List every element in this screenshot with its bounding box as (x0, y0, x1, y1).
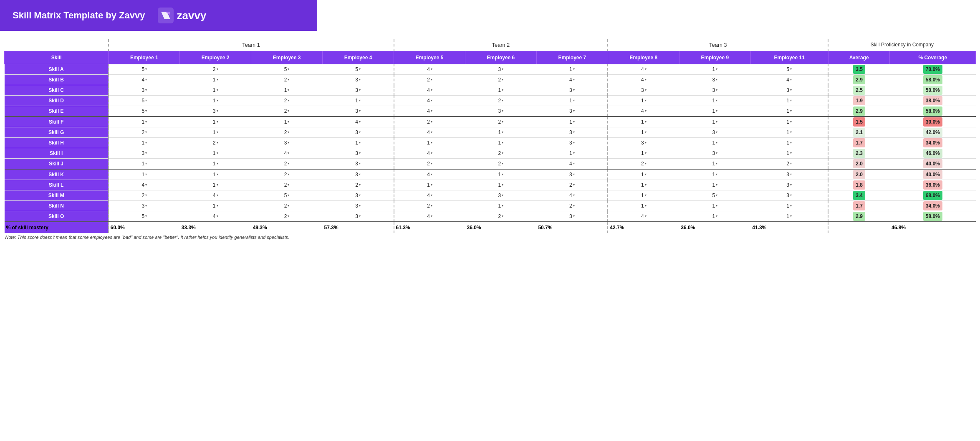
skill-val-cell[interactable]: 1 ▾ (750, 148, 828, 158)
skill-val-cell[interactable]: 2 ▾ (608, 158, 679, 169)
skill-val-cell[interactable]: 3 ▾ (109, 85, 180, 95)
dropdown-icon[interactable]: ▾ (359, 78, 361, 81)
dropdown-icon[interactable]: ▾ (645, 109, 647, 113)
dropdown-icon[interactable]: ▾ (645, 214, 647, 218)
skill-val-cell[interactable]: 2 ▾ (251, 169, 323, 180)
dropdown-icon[interactable]: ▾ (359, 204, 361, 208)
dropdown-icon[interactable]: ▾ (502, 88, 503, 92)
skill-val-cell[interactable]: 4 ▾ (608, 211, 679, 222)
dropdown-icon[interactable]: ▾ (359, 172, 361, 176)
skill-val-cell[interactable]: 1 ▾ (323, 137, 394, 148)
skill-val-cell[interactable]: 3 ▾ (465, 106, 536, 117)
dropdown-icon[interactable]: ▾ (645, 183, 647, 187)
skill-val-cell[interactable]: 4 ▾ (180, 190, 251, 200)
skill-val-cell[interactable]: 3 ▾ (323, 211, 394, 222)
skill-val-cell[interactable]: 1 ▾ (109, 158, 180, 169)
skill-val-cell[interactable]: 1 ▾ (536, 64, 608, 74)
dropdown-icon[interactable]: ▾ (502, 120, 503, 124)
skill-val-cell[interactable]: 3 ▾ (465, 190, 536, 200)
skill-val-cell[interactable]: 2 ▾ (251, 200, 323, 211)
skill-val-cell[interactable]: 3 ▾ (750, 190, 828, 200)
skill-val-cell[interactable]: 1 ▾ (251, 85, 323, 95)
dropdown-icon[interactable]: ▾ (573, 151, 575, 155)
dropdown-icon[interactable]: ▾ (217, 67, 218, 71)
dropdown-icon[interactable]: ▾ (573, 120, 575, 124)
skill-val-cell[interactable]: 4 ▾ (109, 74, 180, 85)
dropdown-icon[interactable]: ▾ (217, 99, 218, 102)
skill-val-cell[interactable]: 4 ▾ (394, 85, 465, 95)
skill-val-cell[interactable]: 4 ▾ (608, 64, 679, 74)
dropdown-icon[interactable]: ▾ (645, 193, 647, 197)
dropdown-icon[interactable]: ▾ (790, 172, 792, 176)
dropdown-icon[interactable]: ▾ (573, 214, 575, 218)
dropdown-icon[interactable]: ▾ (790, 99, 792, 102)
dropdown-icon[interactable]: ▾ (645, 172, 647, 176)
skill-val-cell[interactable]: 2 ▾ (750, 158, 828, 169)
skill-val-cell[interactable]: 3 ▾ (536, 211, 608, 222)
skill-val-cell[interactable]: 2 ▾ (109, 127, 180, 137)
dropdown-icon[interactable]: ▾ (502, 109, 503, 113)
dropdown-icon[interactable]: ▾ (145, 162, 147, 165)
dropdown-icon[interactable]: ▾ (573, 204, 575, 208)
dropdown-icon[interactable]: ▾ (145, 193, 147, 197)
skill-val-cell[interactable]: 4 ▾ (394, 190, 465, 200)
dropdown-icon[interactable]: ▾ (645, 78, 647, 81)
skill-val-cell[interactable]: 3 ▾ (109, 200, 180, 211)
skill-val-cell[interactable]: 5 ▾ (251, 64, 323, 74)
skill-val-cell[interactable]: 4 ▾ (750, 74, 828, 85)
dropdown-icon[interactable]: ▾ (573, 88, 575, 92)
skill-val-cell[interactable]: 2 ▾ (394, 117, 465, 127)
dropdown-icon[interactable]: ▾ (288, 151, 289, 155)
dropdown-icon[interactable]: ▾ (288, 120, 289, 124)
dropdown-icon[interactable]: ▾ (431, 130, 432, 134)
dropdown-icon[interactable]: ▾ (288, 214, 289, 218)
skill-val-cell[interactable]: 3 ▾ (679, 74, 750, 85)
dropdown-icon[interactable]: ▾ (288, 109, 289, 113)
skill-val-cell[interactable]: 1 ▾ (465, 85, 536, 95)
dropdown-icon[interactable]: ▾ (573, 99, 575, 102)
skill-val-cell[interactable]: 5 ▾ (251, 190, 323, 200)
dropdown-icon[interactable]: ▾ (790, 67, 792, 71)
dropdown-icon[interactable]: ▾ (716, 172, 717, 176)
skill-val-cell[interactable]: 2 ▾ (465, 158, 536, 169)
skill-val-cell[interactable]: 4 ▾ (536, 190, 608, 200)
dropdown-icon[interactable]: ▾ (790, 120, 792, 124)
skill-val-cell[interactable]: 3 ▾ (323, 148, 394, 158)
skill-val-cell[interactable]: 3 ▾ (109, 148, 180, 158)
dropdown-icon[interactable]: ▾ (716, 204, 717, 208)
dropdown-icon[interactable]: ▾ (359, 193, 361, 197)
dropdown-icon[interactable]: ▾ (288, 193, 289, 197)
skill-val-cell[interactable]: 3 ▾ (679, 85, 750, 95)
dropdown-icon[interactable]: ▾ (145, 120, 147, 124)
dropdown-icon[interactable]: ▾ (573, 109, 575, 113)
skill-val-cell[interactable]: 3 ▾ (536, 106, 608, 117)
dropdown-icon[interactable]: ▾ (502, 204, 503, 208)
dropdown-icon[interactable]: ▾ (431, 67, 432, 71)
dropdown-icon[interactable]: ▾ (790, 141, 792, 144)
dropdown-icon[interactable]: ▾ (431, 109, 432, 113)
dropdown-icon[interactable]: ▾ (716, 183, 717, 187)
dropdown-icon[interactable]: ▾ (502, 162, 503, 165)
skill-val-cell[interactable]: 5 ▾ (109, 106, 180, 117)
skill-val-cell[interactable]: 1 ▾ (109, 169, 180, 180)
skill-val-cell[interactable]: 1 ▾ (465, 180, 536, 190)
skill-val-cell[interactable]: 1 ▾ (608, 148, 679, 158)
skill-val-cell[interactable]: 3 ▾ (323, 158, 394, 169)
skill-val-cell[interactable]: 5 ▾ (679, 190, 750, 200)
skill-val-cell[interactable]: 1 ▾ (323, 95, 394, 106)
dropdown-icon[interactable]: ▾ (645, 141, 647, 144)
skill-val-cell[interactable]: 1 ▾ (679, 211, 750, 222)
dropdown-icon[interactable]: ▾ (502, 193, 503, 197)
dropdown-icon[interactable]: ▾ (645, 151, 647, 155)
skill-val-cell[interactable]: 4 ▾ (109, 180, 180, 190)
dropdown-icon[interactable]: ▾ (573, 162, 575, 165)
skill-val-cell[interactable]: 1 ▾ (180, 148, 251, 158)
dropdown-icon[interactable]: ▾ (145, 183, 147, 187)
dropdown-icon[interactable]: ▾ (431, 204, 432, 208)
dropdown-icon[interactable]: ▾ (217, 204, 218, 208)
dropdown-icon[interactable]: ▾ (359, 130, 361, 134)
skill-val-cell[interactable]: 4 ▾ (180, 211, 251, 222)
dropdown-icon[interactable]: ▾ (217, 151, 218, 155)
skill-val-cell[interactable]: 1 ▾ (180, 158, 251, 169)
dropdown-icon[interactable]: ▾ (431, 214, 432, 218)
